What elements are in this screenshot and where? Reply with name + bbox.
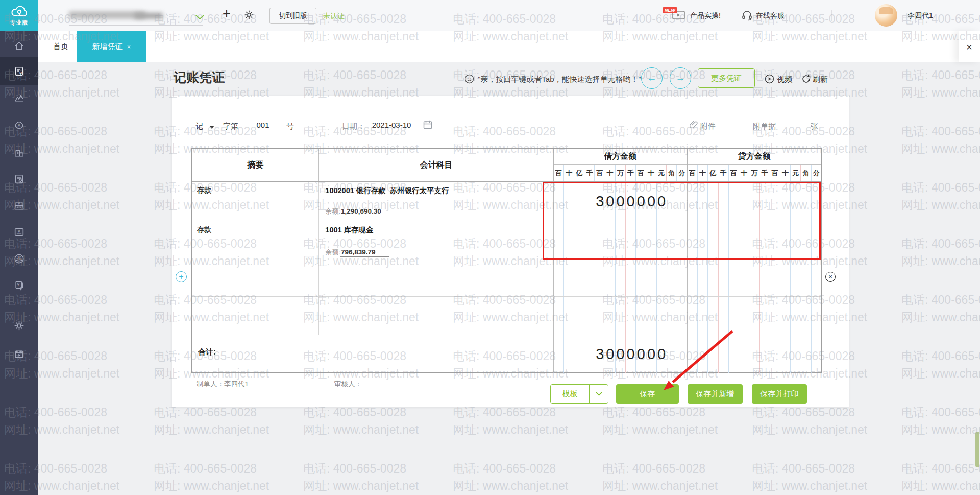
digit-cell[interactable]	[760, 335, 770, 373]
digit-cell[interactable]	[739, 182, 749, 221]
digit-cell[interactable]	[791, 335, 801, 373]
digit-cell[interactable]	[698, 297, 708, 335]
digit-cell[interactable]	[564, 262, 574, 296]
username-label[interactable]: 李四代1	[908, 11, 933, 20]
digit-cell[interactable]	[667, 221, 677, 262]
balance-value[interactable]: 796,839.79	[340, 248, 389, 257]
digit-cell[interactable]	[677, 262, 687, 296]
digit-cell[interactable]	[605, 297, 616, 335]
refresh-icon[interactable]	[801, 74, 811, 86]
digit-cell[interactable]	[719, 221, 729, 262]
digit-cell[interactable]	[646, 221, 656, 262]
digit-cell[interactable]	[554, 182, 564, 221]
online-service-label[interactable]: 在线客服	[756, 11, 785, 20]
summary-cell[interactable]	[192, 262, 319, 296]
date-input[interactable]: 2021-03-10	[367, 118, 416, 131]
digit-cell[interactable]	[749, 297, 760, 335]
digit-cell[interactable]	[791, 297, 801, 335]
save-and-new-button[interactable]: 保存并新增	[688, 384, 743, 404]
digit-cell[interactable]	[801, 297, 812, 335]
digit-cell[interactable]	[801, 221, 812, 262]
digit-cell[interactable]	[574, 262, 584, 296]
digit-cell[interactable]	[564, 335, 574, 373]
digit-cell[interactable]: 0	[636, 335, 646, 373]
sidebar-item-tax[interactable]: 税	[0, 245, 38, 272]
add-row-icon[interactable]: +	[176, 271, 187, 282]
sidebar-item-settings[interactable]	[0, 312, 38, 339]
digit-cell[interactable]: 0	[636, 182, 646, 221]
digit-cell[interactable]	[574, 221, 584, 262]
digit-cell[interactable]	[554, 221, 564, 262]
tab-close-icon[interactable]: ×	[127, 43, 131, 51]
voucher-word[interactable]: 记	[195, 122, 203, 131]
digit-cell[interactable]: 0	[646, 182, 656, 221]
digit-cell[interactable]	[605, 221, 616, 262]
digit-cell[interactable]	[812, 182, 821, 221]
digit-cell[interactable]	[564, 297, 574, 335]
digit-cell[interactable]	[780, 182, 791, 221]
digit-cell[interactable]	[574, 297, 584, 335]
attachment-label[interactable]: 附件	[700, 122, 716, 131]
digit-cell[interactable]	[574, 182, 584, 221]
tab-home[interactable]: 首页	[43, 31, 79, 62]
digit-cell[interactable]	[708, 221, 718, 262]
digit-cell[interactable]	[667, 335, 677, 373]
digit-cell[interactable]	[667, 182, 677, 221]
digit-cell[interactable]	[780, 335, 791, 373]
digit-cell[interactable]	[729, 335, 739, 373]
digit-cell[interactable]	[739, 221, 749, 262]
digit-cell[interactable]	[636, 221, 646, 262]
digit-cell[interactable]: 3	[595, 182, 605, 221]
digit-cell[interactable]	[760, 182, 770, 221]
digit-cell[interactable]	[688, 262, 698, 296]
digit-cell[interactable]: 0	[657, 335, 667, 373]
template-button[interactable]: 模板	[550, 384, 608, 404]
digit-cell[interactable]	[801, 182, 812, 221]
app-logo[interactable]: 专业版	[0, 0, 38, 31]
amount-cells[interactable]	[553, 297, 821, 335]
digit-cell[interactable]	[554, 297, 564, 335]
digit-cell[interactable]	[657, 262, 667, 296]
paperclip-icon[interactable]	[689, 120, 698, 131]
digit-cell[interactable]	[719, 335, 729, 373]
digit-cell[interactable]	[801, 335, 812, 373]
digit-cell[interactable]	[812, 297, 821, 335]
digit-cell[interactable]	[749, 182, 760, 221]
digit-cell[interactable]	[729, 262, 739, 296]
digit-cell[interactable]	[770, 297, 780, 335]
digit-cell[interactable]	[636, 262, 646, 296]
switch-old-version-button[interactable]: 切到旧版	[270, 8, 316, 24]
digit-cell[interactable]: 0	[605, 182, 616, 221]
sidebar-item-cash-register[interactable]: ¥	[0, 192, 38, 219]
digit-cell[interactable]: 3	[595, 335, 605, 373]
digit-cell[interactable]	[760, 297, 770, 335]
digit-cell[interactable]	[760, 262, 770, 296]
digit-cell[interactable]	[584, 335, 595, 373]
digit-cell[interactable]	[739, 297, 749, 335]
digit-cell[interactable]	[564, 182, 574, 221]
digit-cell[interactable]	[626, 262, 636, 296]
sidebar-item-company[interactable]	[0, 139, 38, 166]
digit-cell[interactable]	[595, 221, 605, 262]
sidebar-item-fixed-assets[interactable]: ¥	[0, 219, 38, 245]
digit-cell[interactable]	[739, 262, 749, 296]
delete-row-icon[interactable]: ×	[825, 272, 836, 282]
amount-cells[interactable]	[553, 262, 821, 296]
digit-cell[interactable]	[584, 262, 595, 296]
summary-cell[interactable]: 存款	[192, 221, 319, 262]
sidebar-item-check-report[interactable]	[0, 166, 38, 192]
digit-cell[interactable]	[760, 221, 770, 262]
digit-cell[interactable]	[677, 297, 687, 335]
digit-cell[interactable]: 0	[616, 335, 626, 373]
calendar-icon[interactable]	[423, 120, 433, 132]
save-button[interactable]: 保存	[616, 384, 679, 404]
company-dropdown-chevron-icon[interactable]	[195, 13, 204, 22]
digit-cell[interactable]	[812, 221, 821, 262]
digit-cell[interactable]	[584, 221, 595, 262]
digit-cell[interactable]	[749, 221, 760, 262]
digit-cell[interactable]	[780, 297, 791, 335]
digit-cell[interactable]	[657, 297, 667, 335]
digit-cell[interactable]	[770, 335, 780, 373]
digit-cell[interactable]: 0	[646, 335, 656, 373]
headset-icon[interactable]	[741, 10, 753, 23]
